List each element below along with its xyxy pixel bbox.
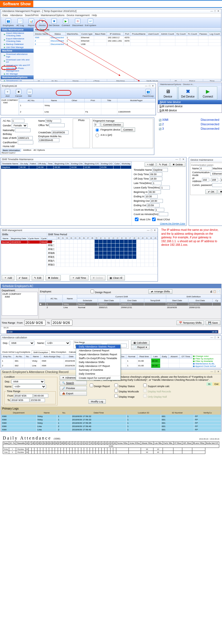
side-f1[interactable]: Filter by exception bbox=[195, 357, 213, 360]
pane-link[interactable]: Usb Disk Manage bbox=[1, 46, 34, 49]
tt-eo[interactable] bbox=[147, 203, 160, 207]
device-menu-edit[interactable]: Edit current device bbox=[158, 104, 222, 108]
sched-save-btn[interactable]: 💾 Save bbox=[206, 321, 220, 325]
pane-link[interactable]: Upload user info and FP bbox=[1, 64, 34, 67]
design-chk[interactable] bbox=[90, 384, 93, 387]
srch-t1[interactable] bbox=[33, 394, 48, 398]
calc-dep[interactable]: XIMI bbox=[9, 341, 34, 345]
sm-clear[interactable]: ▦ Clear All bbox=[107, 275, 125, 280]
tab-acopt[interactable]: AC Options bbox=[34, 149, 45, 152]
pane-link[interactable]: Attendance Photo Management bbox=[1, 67, 34, 72]
disp-workcode[interactable] bbox=[114, 389, 118, 392]
simple-calc[interactable] bbox=[143, 384, 147, 387]
export-btn[interactable]: 📤 Export bbox=[60, 391, 87, 396]
side-maint[interactable]: Maintenance AL/BL bbox=[195, 362, 215, 365]
pane-link[interactable]: Department List bbox=[1, 79, 34, 81]
min-icon[interactable]: — bbox=[210, 10, 213, 12]
emp-cancel-btn[interactable]: ✖Cancel bbox=[14, 89, 23, 97]
connect2-btn[interactable]: Connect bbox=[121, 127, 135, 132]
empname-input[interactable] bbox=[46, 119, 61, 123]
dob-input[interactable] bbox=[17, 136, 33, 140]
menubar[interactable]: DataAttendanceSearch/PrintMaintenance/Op… bbox=[1, 13, 221, 17]
pane-link[interactable]: AC Manage bbox=[1, 72, 34, 75]
tt-car[interactable] bbox=[159, 212, 168, 216]
search-btn[interactable]: 🔍 Search bbox=[60, 381, 87, 385]
ip2[interactable] bbox=[211, 178, 218, 182]
hired-input[interactable] bbox=[52, 131, 69, 134]
disconnect-btn[interactable]: ⦸Disconnect bbox=[72, 18, 83, 27]
acno-input[interactable] bbox=[12, 119, 24, 123]
dev-cancel-btn[interactable]: ✖ Cancel bbox=[218, 190, 222, 194]
devname-input[interactable] bbox=[200, 167, 212, 170]
del-device-btn-big[interactable]: ✖Del Device bbox=[178, 86, 197, 99]
tt-mo[interactable] bbox=[152, 218, 156, 221]
design-report-chk[interactable] bbox=[90, 290, 94, 293]
emp-del-btn[interactable]: —Del bbox=[25, 89, 34, 97]
device-btn[interactable]: 🖥Device bbox=[38, 18, 47, 27]
report-menu[interactable]: Daily Attendance Statistic Report Attend… bbox=[76, 344, 121, 380]
temp-shifts-btn[interactable]: 📅 Temporary Shifts bbox=[176, 321, 204, 325]
side-f2[interactable]: Filter by timetable bbox=[195, 360, 213, 362]
sm-save[interactable]: ✔ Save bbox=[16, 275, 30, 280]
sm-addtime[interactable]: ＋ Add Time bbox=[70, 275, 89, 280]
srch-d1[interactable] bbox=[14, 394, 33, 398]
sm-del[interactable]: ✖ Delete bbox=[46, 275, 61, 280]
side-color[interactable]: Change color bbox=[195, 355, 209, 357]
srch-d2[interactable] bbox=[11, 398, 29, 402]
tt-name[interactable] bbox=[152, 168, 168, 172]
device-menu-editall[interactable]: Edit All device bbox=[158, 108, 222, 113]
employees-btn[interactable]: 👥Employees bbox=[3, 18, 14, 27]
sched-from[interactable] bbox=[24, 320, 46, 326]
connect-btn[interactable]: ▶Connect bbox=[61, 18, 70, 27]
modify-log-btn[interactable]: Modify Log bbox=[89, 399, 106, 404]
sched-dept-tree[interactable]: OUR COMPANYXIMI bbox=[2, 292, 38, 316]
emp-add-btn[interactable]: ＋Add bbox=[3, 89, 12, 97]
del-device-btn[interactable]: ✖Del Device bbox=[49, 18, 60, 27]
tt-post-btn[interactable]: ✎ Post bbox=[157, 162, 170, 167]
report-btn[interactable]: 📄 Report ▾ bbox=[131, 345, 150, 349]
tab-shiftex[interactable]: Shift Exception bbox=[32, 350, 50, 354]
preview-btn[interactable]: 🔎 Preview bbox=[60, 386, 87, 390]
device-btn-big[interactable]: 🖥Device bbox=[158, 86, 177, 99]
tab-addition[interactable]: Addition bbox=[23, 149, 31, 152]
tt-del-btn[interactable]: ✖ Delete bbox=[170, 162, 185, 167]
srch-name[interactable]: <All> bbox=[13, 384, 46, 389]
sm-edit[interactable]: ✎ Edit bbox=[32, 275, 44, 280]
tt-caw[interactable] bbox=[155, 208, 164, 212]
ac-log-btn[interactable]: 📄AC Log bbox=[16, 18, 25, 27]
sched-to[interactable] bbox=[51, 320, 72, 326]
pane-link[interactable]: Import Attendance Checking Data bbox=[1, 32, 34, 37]
srch-dep[interactable]: XIMI bbox=[11, 379, 45, 384]
pane-link[interactable]: Export Attendance Checking Data bbox=[1, 37, 34, 43]
dev-ok-btn[interactable]: ✔ OK bbox=[205, 190, 217, 194]
tt-bi[interactable] bbox=[148, 190, 161, 194]
tt-add-btn[interactable]: + Add bbox=[145, 162, 156, 167]
tt-on[interactable] bbox=[150, 172, 162, 176]
tab-basic[interactable]: Basic Information bbox=[2, 149, 21, 152]
dept-tree[interactable]: OUR COMPANY XIMI bbox=[1, 98, 19, 115]
arrange-shifts-btn[interactable]: ⇄ Arrange Shifts bbox=[148, 289, 172, 294]
fp-radio2[interactable] bbox=[95, 134, 99, 137]
tt-leave[interactable] bbox=[160, 186, 170, 190]
ot-input[interactable] bbox=[49, 123, 65, 127]
side-append[interactable]: Append Clock In/Out bbox=[195, 365, 216, 367]
connect-device-btn[interactable]: Connect Device bbox=[101, 122, 123, 127]
tab-cio[interactable]: Clock In/Out Log Exceptions bbox=[1, 350, 32, 354]
fp-radio[interactable] bbox=[95, 128, 99, 132]
change-color-link[interactable]: Change the Display Color bbox=[160, 222, 185, 225]
machine-list-tab[interactable]: Machine List bbox=[34, 28, 221, 32]
facegroup-btn[interactable]: 👥FaceGroup bbox=[143, 89, 154, 97]
exit-system-btn[interactable]: ↩Exit system bbox=[85, 18, 96, 27]
max-icon[interactable]: □ bbox=[213, 10, 217, 12]
tt-off[interactable] bbox=[150, 177, 162, 181]
nat-input[interactable] bbox=[15, 128, 31, 132]
tt-mc[interactable] bbox=[135, 218, 138, 221]
card-input[interactable] bbox=[18, 140, 33, 144]
disp-status[interactable] bbox=[114, 384, 118, 387]
gender-select[interactable]: Female bbox=[12, 123, 27, 128]
srch-t2[interactable] bbox=[30, 398, 45, 402]
disp-image[interactable] bbox=[114, 394, 118, 398]
commpwd-input[interactable] bbox=[212, 183, 222, 187]
calc-btn[interactable]: ▦ Calculate bbox=[131, 341, 150, 345]
close-icon[interactable]: ✕ bbox=[217, 10, 220, 12]
